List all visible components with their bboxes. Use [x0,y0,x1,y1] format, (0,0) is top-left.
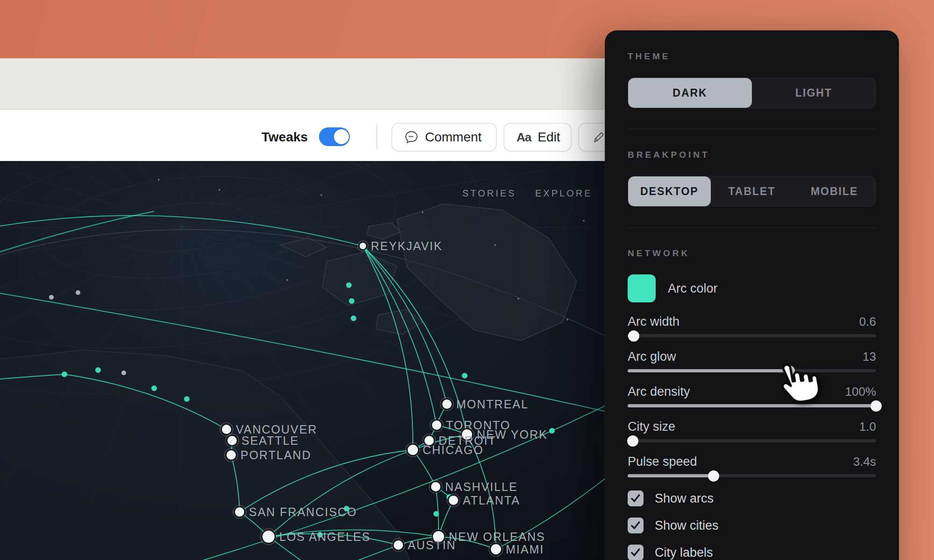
city-label-san-francisco: SAN FRANCISCO [249,505,357,519]
slider-head-arc-width: Arc width0.6 [628,315,876,329]
checkbox-label-show-cities: Show cities [655,518,719,533]
checkbox-row-show-arcs[interactable]: Show arcs [628,490,876,506]
text-style-icon: Aa [517,130,531,145]
nav-item-explore[interactable]: EXPLORE [535,188,592,199]
city-label-chicago: CHICAGO [423,443,484,457]
arc-color-label: Arc color [668,281,718,296]
slider-thumb-arc-width[interactable] [628,330,639,342]
city-label-atlanta: ATLANTA [463,494,520,507]
slider-value-arc-glow: 13 [863,350,876,364]
checkbox-label-show-arcs: Show arcs [655,491,714,506]
slider-row-arc-width: Arc width0.6 [628,315,876,337]
slider-head-arc-glow: Arc glow13 [628,350,876,364]
city-dot-vancouver[interactable] [222,425,231,434]
arc-color-row: Arc color [628,274,876,302]
slider-value-pulse-speed: 3.4s [853,455,876,469]
checkmark-icon [630,546,642,559]
slider-row-arc-density: Arc density100% [628,385,876,407]
slider-head-arc-density: Arc density100% [628,385,876,399]
breakpoint-section-label: BREAKPOINT [628,150,876,160]
slider-track-pulse-speed[interactable] [628,474,876,477]
comment-button-label: Comment [425,130,481,145]
panel-divider [628,129,876,129]
city-dot-seattle[interactable] [227,436,237,445]
slider-value-arc-density: 100% [845,385,877,399]
breakpoint-option-tablet[interactable]: TABLET [711,176,793,206]
city-label-austin: AUSTIN [408,539,456,552]
checkbox-show-arcs[interactable] [628,490,644,506]
city-label-seattle: SEATTLE [241,434,299,448]
panel-divider [628,227,876,228]
breakpoint-option-desktop[interactable]: DESKTOP [628,176,711,206]
city-label-montreal: MONTREAL [456,398,529,411]
slider-row-pulse-speed: Pulse speed3.4s [628,455,876,477]
checkbox-row-city-labels[interactable]: City labels [628,545,876,560]
checkbox-row-show-cities[interactable]: Show cities [628,518,876,533]
checkbox-show-cities[interactable] [628,518,644,533]
theme-section-label: THEME [628,51,876,62]
tweaks-label: Tweaks [262,130,308,145]
city-label-nashville: NASHVILLE [445,480,518,494]
city-label-los-angeles: LOS ANGELES [279,530,371,544]
slider-label-arc-width: Arc width [628,315,679,329]
city-dot-san-francisco[interactable] [235,507,244,517]
pencil-icon [591,130,605,144]
slider-head-city-size: City size1.0 [628,420,876,434]
edit-button-label: Edit [538,130,560,145]
slider-thumb-city-size[interactable] [627,435,638,447]
breakpoint-option-mobile[interactable]: MOBILE [793,176,876,206]
city-dot-toronto[interactable] [432,420,441,430]
checkmark-icon [630,519,642,532]
slider-thumb-pulse-speed[interactable] [708,470,719,482]
slider-row-city-size: City size1.0 [628,420,876,442]
city-dot-los-angeles[interactable] [262,531,275,543]
slider-row-arc-glow: Arc glow13 [628,350,876,372]
toggle-knob [334,129,349,144]
city-dot-portland[interactable] [226,450,236,460]
slider-label-arc-density: Arc density [628,385,690,399]
arc-color-swatch[interactable] [628,274,656,302]
slider-group: Arc width0.6Arc glow13Arc density100%Cit… [628,315,876,477]
city-dot-reykjavik[interactable] [360,243,366,249]
city-dot-atlanta[interactable] [449,496,458,505]
city-label-portland: PORTLAND [241,448,311,462]
slider-track-arc-width[interactable] [628,334,876,337]
slider-value-city-size: 1.0 [859,420,876,434]
slider-track-arc-glow[interactable] [628,369,876,372]
slider-label-city-size: City size [628,420,675,434]
slider-track-city-size[interactable] [628,439,876,442]
checkbox-group: Show arcsShow citiesCity labels [628,490,876,560]
slider-thumb-arc-density[interactable] [870,400,882,412]
city-label-miami: MIAMI [506,543,544,556]
toolbar-divider [376,125,377,149]
slider-fill-pulse-speed [628,474,714,477]
slider-fill-arc-glow [628,369,789,372]
tweaks-panel: THEME DARKLIGHT BREAKPOINT DESKTOPTABLET… [605,30,899,560]
slider-head-pulse-speed: Pulse speed3.4s [628,455,876,469]
theme-option-light[interactable]: LIGHT [752,78,876,108]
hand-pointer-cursor [769,357,826,416]
city-dot-austin[interactable] [394,540,403,550]
city-dot-montreal[interactable] [442,399,452,409]
slider-track-arc-density[interactable] [628,404,876,407]
slider-label-arc-glow: Arc glow [628,350,676,364]
comment-bubble-icon [404,130,418,144]
checkbox-city-labels[interactable] [628,545,644,560]
city-dot-chicago[interactable] [408,445,418,455]
slider-fill-arc-density [628,404,876,407]
tweaks-toggle[interactable] [319,127,350,146]
theme-option-dark[interactable]: DARK [628,78,752,108]
city-dot-miami[interactable] [491,544,501,554]
checkbox-label-city-labels: City labels [655,546,713,560]
theme-segmented-control: DARKLIGHT [628,77,876,108]
city-label-reykjavik: REYKJAVIK [371,239,443,253]
nav-item-stories[interactable]: STORIES [462,188,516,199]
slider-label-pulse-speed: Pulse speed [628,455,697,469]
slider-value-arc-width: 0.6 [859,315,876,329]
city-dot-nashville[interactable] [431,482,440,491]
breakpoint-segmented-control: DESKTOPTABLETMOBILE [628,176,876,207]
checkmark-icon [630,492,642,504]
edit-button[interactable]: Aa Edit [503,123,572,152]
comment-button[interactable]: Comment [391,123,497,152]
city-label-new-orleans: NEW ORLEANS [449,530,545,544]
